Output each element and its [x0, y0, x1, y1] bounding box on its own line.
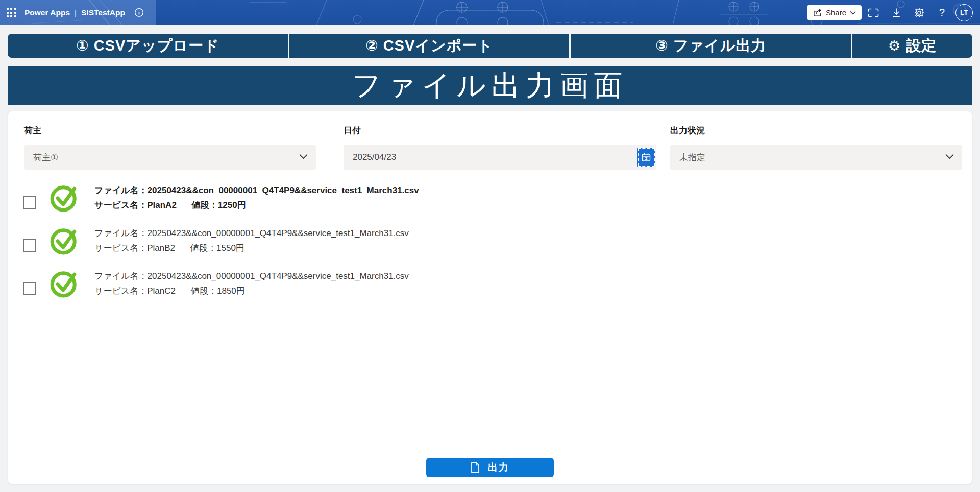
app-launcher-icon[interactable]	[0, 0, 22, 25]
calendar-picker-button[interactable]	[637, 148, 655, 167]
row-checkbox[interactable]	[23, 282, 36, 295]
shipper-value: 荷主①	[33, 152, 58, 163]
file-row: ファイル名：20250423&&con_00000001_Q4T4P9&&ser…	[23, 225, 957, 256]
chevron-down-icon	[945, 154, 954, 159]
screen-title-banner: ファイル出力画面	[8, 66, 972, 105]
date-label: 日付	[344, 125, 656, 136]
file-name-line: ファイル名：20250423&&con_00000001_Q4T4P9&&ser…	[94, 226, 409, 241]
share-label: Share	[826, 8, 846, 17]
calendar-icon	[641, 152, 651, 162]
title-separator: |	[75, 8, 77, 17]
filter-date: 日付 2025/04/23	[344, 125, 656, 170]
tab-label: ② CSVインポート	[365, 36, 493, 56]
tab-csv-upload[interactable]: ① CSVアップロード	[8, 34, 288, 58]
help-glyph: ?	[939, 7, 945, 18]
file-row-text: ファイル名：20250423&&con_00000001_Q4T4P9&&ser…	[94, 183, 419, 213]
tab-label: 設定	[906, 36, 937, 56]
date-input[interactable]: 2025/04/23	[344, 145, 656, 170]
status-value: 未指定	[679, 152, 705, 163]
shipper-label: 荷主	[24, 125, 316, 136]
file-name-line: ファイル名：20250423&&con_00000001_Q4T4P9&&ser…	[94, 269, 409, 284]
date-value: 2025/04/23	[353, 152, 396, 162]
app-name: Power Apps	[24, 8, 70, 17]
tab-label: ③ ファイル出力	[655, 36, 766, 56]
row-checkbox[interactable]	[23, 239, 36, 252]
fit-to-screen-icon[interactable]	[862, 0, 885, 25]
check-circle-icon	[50, 182, 80, 213]
avatar-initials: LT	[960, 9, 968, 16]
waffle-icon	[7, 8, 16, 17]
tab-file-output[interactable]: ③ ファイル出力	[571, 34, 851, 58]
file-row: ファイル名：20250423&&con_00000001_Q4T4P9&&ser…	[23, 182, 957, 214]
status-label: 出力状況	[670, 125, 962, 136]
file-row-text: ファイル名：20250423&&con_00000001_Q4T4P9&&ser…	[94, 269, 409, 298]
filter-shipper: 荷主 荷主①	[24, 125, 316, 170]
file-row-text: ファイル名：20250423&&con_00000001_Q4T4P9&&ser…	[94, 226, 409, 255]
download-icon[interactable]	[885, 0, 908, 25]
user-avatar[interactable]: LT	[955, 4, 973, 21]
topbar: Power Apps | SISTestApp Share	[0, 0, 980, 25]
tab-label: ① CSVアップロード	[76, 36, 219, 56]
export-label: 出力	[488, 461, 509, 474]
export-button[interactable]: 出力	[426, 458, 554, 477]
service-line: サービス名：PlanA2値段：1250円	[94, 198, 419, 213]
step-tabbar: ① CSVアップロード ② CSVインポート ③ ファイル出力 ⚙ 設定	[8, 34, 972, 58]
help-icon[interactable]: ?	[930, 0, 953, 25]
file-name-line: ファイル名：20250423&&con_00000001_Q4T4P9&&ser…	[94, 183, 419, 198]
page-title: ファイル出力画面	[352, 66, 628, 105]
share-icon	[813, 8, 822, 17]
chevron-down-icon	[299, 154, 308, 159]
info-icon[interactable]	[134, 8, 144, 17]
share-button[interactable]: Share	[807, 5, 862, 20]
gear-icon: ⚙	[888, 39, 901, 53]
row-checkbox[interactable]	[23, 196, 36, 209]
service-line: サービス名：PlanB2値段：1550円	[94, 241, 409, 255]
content-card: 荷主 荷主① 日付 2025/04/23	[8, 111, 972, 484]
status-dropdown[interactable]: 未指定	[670, 145, 962, 170]
app-title: Power Apps | SISTestApp	[24, 8, 125, 17]
check-circle-icon	[50, 268, 80, 299]
tab-csv-import[interactable]: ② CSVインポート	[289, 34, 570, 58]
filter-output-status: 出力状況 未指定	[670, 125, 962, 170]
file-row: ファイル名：20250423&&con_00000001_Q4T4P9&&ser…	[23, 268, 957, 299]
document-icon	[471, 462, 480, 473]
app-instance-name: SISTestApp	[81, 8, 125, 17]
share-chevron-down-icon	[850, 11, 856, 15]
file-list: ファイル名：20250423&&con_00000001_Q4T4P9&&ser…	[23, 182, 957, 311]
check-circle-icon	[50, 225, 80, 256]
tab-settings[interactable]: ⚙ 設定	[852, 34, 972, 58]
settings-gear-icon[interactable]	[908, 0, 930, 25]
shipper-dropdown[interactable]: 荷主①	[24, 145, 316, 170]
service-line: サービス名：PlanC2値段：1850円	[94, 284, 409, 298]
